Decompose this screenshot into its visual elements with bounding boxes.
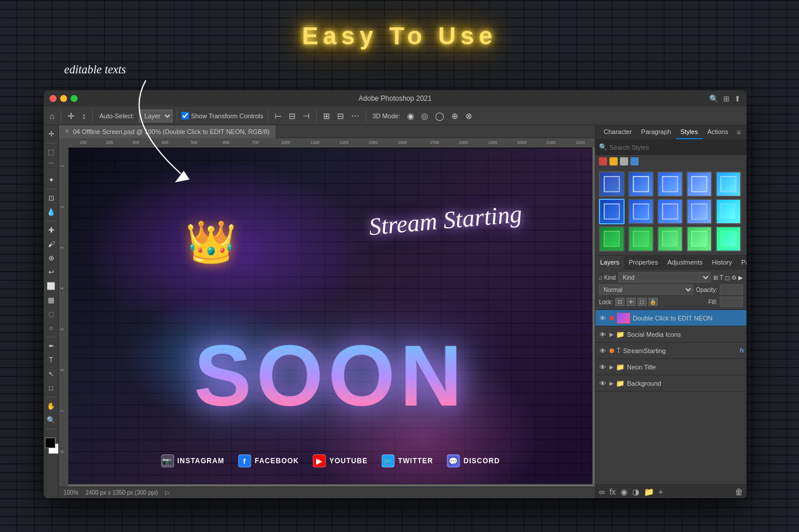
distribute-icon[interactable]: ⊞ bbox=[321, 110, 332, 122]
tool-separator3 bbox=[46, 221, 57, 221]
lock-all-icon[interactable]: 🔒 bbox=[649, 298, 658, 306]
layer-item-3[interactable]: 👁 T StreamStarting fx bbox=[595, 343, 747, 359]
style-swatch-15[interactable] bbox=[716, 226, 741, 252]
align-right-icon[interactable]: ⊣ bbox=[300, 110, 312, 122]
style-swatch-7[interactable] bbox=[628, 199, 654, 224]
style-swatch-1[interactable] bbox=[599, 171, 625, 197]
zoom-tool[interactable]: 🔍 bbox=[45, 414, 58, 427]
3d-icon4[interactable]: ⊕ bbox=[449, 110, 461, 122]
add-mask-btn[interactable]: ◉ bbox=[621, 487, 628, 496]
layer-expand-4[interactable]: ▶ bbox=[609, 364, 614, 370]
share-icon[interactable]: ⬆ bbox=[734, 94, 741, 103]
style-swatch-12[interactable] bbox=[628, 226, 654, 252]
tab-actions[interactable]: Actions bbox=[703, 125, 733, 139]
style-swatch-2[interactable] bbox=[628, 171, 654, 197]
tab-history[interactable]: History bbox=[707, 256, 737, 270]
style-swatch-14[interactable] bbox=[686, 226, 712, 252]
layer-expand-5[interactable]: ▶ bbox=[609, 380, 614, 386]
tab-adjustments[interactable]: Adjustments bbox=[663, 256, 707, 270]
layer-visibility-2[interactable]: 👁 bbox=[598, 330, 607, 339]
style-swatch-3[interactable] bbox=[657, 171, 683, 197]
gradient-tool[interactable]: ▦ bbox=[45, 294, 58, 306]
layer-visibility-4[interactable]: 👁 bbox=[598, 362, 607, 372]
path-select-tool[interactable]: ↖ bbox=[45, 368, 58, 380]
more-icon[interactable]: ⋯ bbox=[349, 110, 362, 122]
move-tool[interactable]: ✛ bbox=[45, 128, 58, 140]
tab-character[interactable]: Character bbox=[599, 125, 636, 139]
add-style-btn[interactable]: fx bbox=[609, 487, 616, 496]
style-swatch-6[interactable] bbox=[599, 199, 625, 224]
3d-icon2[interactable]: ◎ bbox=[419, 110, 430, 122]
magic-wand-tool[interactable]: ✦ bbox=[45, 174, 58, 186]
tab-styles[interactable]: Styles bbox=[676, 125, 703, 139]
align-left-icon[interactable]: ⊢ bbox=[272, 110, 284, 122]
layer-visibility-5[interactable]: 👁 bbox=[598, 379, 607, 388]
style-swatch-10[interactable] bbox=[716, 199, 741, 224]
layer-item-4[interactable]: 👁 ▶ 📁 Neon Title bbox=[595, 359, 747, 375]
eyedropper-tool[interactable]: 💧 bbox=[45, 206, 58, 219]
svg-text:7: 7 bbox=[60, 410, 64, 412]
style-swatch-5[interactable] bbox=[716, 171, 741, 197]
marquee-tool[interactable]: ⬚ bbox=[45, 146, 58, 158]
crop-tool[interactable]: ⊡ bbox=[45, 192, 58, 205]
dodge-tool[interactable]: ○ bbox=[45, 322, 58, 334]
blur-tool[interactable]: ◌ bbox=[45, 308, 58, 320]
lock-pixel-icon[interactable]: ⊡ bbox=[615, 298, 625, 306]
color-box[interactable] bbox=[45, 435, 58, 449]
lock-artboard-icon[interactable]: ◻ bbox=[637, 298, 647, 306]
text-tool[interactable]: T bbox=[45, 354, 58, 367]
kind-select[interactable]: Kind bbox=[618, 272, 711, 283]
tab-paths[interactable]: Paths bbox=[737, 256, 747, 270]
pen-tool[interactable]: ✒ bbox=[45, 340, 58, 353]
search-icon[interactable]: 🔍 bbox=[709, 94, 719, 103]
delete-layer-btn[interactable]: 🗑 bbox=[735, 487, 743, 496]
tab-close-icon[interactable]: ✕ bbox=[65, 128, 69, 135]
3d-icon5[interactable]: ⊗ bbox=[463, 110, 475, 122]
new-adjustment-btn[interactable]: ◑ bbox=[632, 487, 639, 496]
layer-visibility-3[interactable]: 👁 bbox=[598, 346, 607, 355]
eraser-tool[interactable]: ⬜ bbox=[45, 280, 58, 293]
3d-icon1[interactable]: ◉ bbox=[405, 110, 416, 122]
brush-tool[interactable]: 🖌 bbox=[45, 238, 58, 251]
tab-paragraph[interactable]: Paragraph bbox=[636, 125, 675, 139]
svg-text:1900: 1900 bbox=[488, 140, 497, 145]
close-button[interactable] bbox=[50, 95, 57, 102]
layer-item-5[interactable]: 👁 ▶ 📁 Background bbox=[595, 375, 747, 392]
panel-menu-icon[interactable]: ≡ bbox=[734, 125, 743, 139]
shape-tool[interactable]: □ bbox=[45, 382, 58, 394]
tab-layers[interactable]: Layers bbox=[595, 256, 624, 270]
opacity-input[interactable]: 0% bbox=[720, 284, 743, 295]
style-swatch-13[interactable] bbox=[657, 226, 683, 252]
3d-icon3[interactable]: ◯ bbox=[433, 110, 447, 122]
hand-tool[interactable]: ✋ bbox=[45, 400, 58, 413]
lasso-tool[interactable]: ⌒ bbox=[45, 160, 58, 172]
align-center-icon[interactable]: ⊟ bbox=[286, 110, 298, 122]
styles-search-input[interactable] bbox=[609, 144, 743, 151]
arrange-icon[interactable]: ⊞ bbox=[723, 94, 730, 103]
style-swatch-9[interactable] bbox=[686, 199, 712, 224]
minimize-button[interactable] bbox=[60, 95, 67, 102]
style-swatch-11[interactable] bbox=[599, 226, 625, 252]
lock-position-icon[interactable]: ✛ bbox=[626, 298, 636, 306]
clone-tool[interactable]: ⊕ bbox=[45, 252, 58, 265]
layer-visibility-1[interactable]: 👁 bbox=[598, 313, 607, 323]
maximize-button[interactable] bbox=[71, 95, 78, 102]
new-group-btn[interactable]: 📁 bbox=[644, 487, 654, 496]
move-icon[interactable]: ✛ bbox=[65, 110, 77, 122]
layer-expand-2[interactable]: ▶ bbox=[609, 332, 614, 337]
tab-properties[interactable]: Properties bbox=[624, 256, 663, 270]
link-layers-btn[interactable]: ∞ bbox=[599, 487, 605, 496]
arrow-icon[interactable]: ↕ bbox=[79, 110, 88, 122]
style-swatch-4[interactable] bbox=[686, 171, 712, 197]
home-icon[interactable]: ⌂ bbox=[47, 110, 57, 122]
fill-input[interactable]: 0% bbox=[720, 297, 743, 307]
blend-mode-select[interactable]: Normal bbox=[599, 284, 693, 295]
layer-item-1[interactable]: 👁 Double Click to EDIT NEON bbox=[595, 310, 747, 326]
style-swatch-8[interactable] bbox=[657, 199, 683, 224]
heal-tool[interactable]: ✚ bbox=[45, 224, 58, 237]
new-layer-btn[interactable]: + bbox=[658, 487, 663, 496]
history-tool[interactable]: ↩ bbox=[45, 266, 58, 279]
distribute2-icon[interactable]: ⊟ bbox=[335, 110, 346, 122]
layer-item-2[interactable]: 👁 ▶ 📁 Social Media Icons bbox=[595, 326, 747, 343]
foreground-color[interactable] bbox=[45, 438, 55, 448]
